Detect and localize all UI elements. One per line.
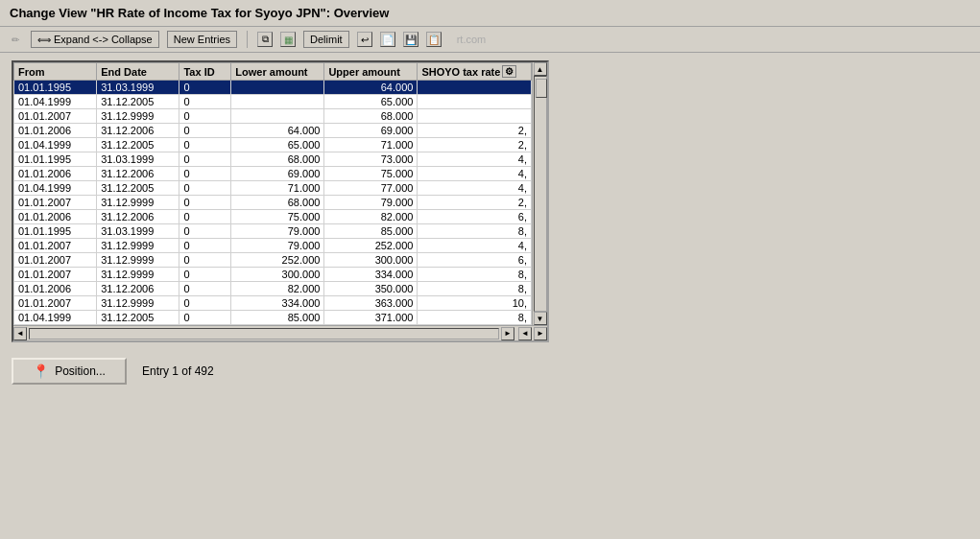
cell-lower: 71.000 [231,181,324,196]
cell-from: 01.01.1995 [14,224,97,239]
col-header-shoyo: SHOYO tax rate ⚙ [418,63,532,81]
cell-lower: 68.000 [231,152,324,167]
cell-enddate: 31.12.9999 [97,196,179,210]
cell-taxid: 0 [179,296,231,311]
cell-lower: 252.000 [231,253,324,268]
cell-shoyo: 4, [418,152,532,167]
table-row[interactable]: 01.01.200731.12.99990252.000300.0006, [14,253,532,268]
save-icon-button[interactable]: 💾 [403,32,418,47]
cell-taxid: 0 [179,167,231,181]
settings-icon[interactable]: ⚙ [502,65,516,78]
hscroll-nav-right: ◄ ► [518,327,547,340]
cell-lower: 79.000 [231,239,324,253]
cell-from: 01.04.1999 [14,181,97,196]
cell-upper: 79.000 [324,196,418,210]
table-row[interactable]: 01.04.199931.12.2005071.00077.0004, [14,181,532,196]
cell-lower [231,95,324,109]
cell-lower [231,81,324,95]
horizontal-scrollbar-row: ◄ ► ◄ ► [13,325,547,340]
cell-lower: 64.000 [231,124,324,138]
cell-upper: 350.000 [324,282,418,296]
cell-upper: 371.000 [324,311,418,325]
hscroll-left-button[interactable]: ◄ [13,327,27,340]
cell-from: 01.01.2006 [14,210,97,224]
scroll-down-button[interactable]: ▼ [534,312,547,325]
table-row[interactable]: 01.04.199931.12.2005065.00071.0002, [14,138,532,152]
cell-taxid: 0 [179,196,231,210]
expand-icon [37,34,51,45]
table-row[interactable]: 01.01.200731.12.99990334.000363.00010, [14,296,532,311]
table-row[interactable]: 01.01.200731.12.99990300.000334.0008, [14,268,532,282]
cell-lower: 75.000 [231,210,324,224]
cell-lower: 68.000 [231,196,324,210]
cell-enddate: 31.12.2005 [97,181,179,196]
cell-lower: 65.000 [231,138,324,152]
cell-from: 01.01.1995 [14,152,97,167]
table-row[interactable]: 01.01.200631.12.2006069.00075.0004, [14,167,532,181]
cell-upper: 300.000 [324,253,418,268]
cell-from: 01.01.2007 [14,296,97,311]
cell-enddate: 31.12.2006 [97,124,179,138]
col-header-taxid: Tax ID [179,63,231,81]
table-row[interactable]: 01.01.200731.12.9999068.000 [14,109,532,124]
table-row[interactable]: 01.01.200731.12.9999079.000252.0004, [14,239,532,253]
cell-from: 01.01.2006 [14,167,97,181]
cell-taxid: 0 [179,224,231,239]
table-row[interactable]: 01.01.199531.03.1999068.00073.0004, [14,152,532,167]
arrow-icon-button[interactable]: ↩ [357,32,372,47]
hscroll-track [29,328,499,340]
table-container: From End Date Tax ID Lower amount [12,60,549,342]
cell-shoyo: 10, [418,296,532,311]
col-header-lower: Lower amount [231,63,324,81]
doc-icon-button[interactable]: 📄 [380,32,395,47]
cell-from: 01.01.2006 [14,282,97,296]
cell-shoyo [418,81,532,95]
cell-shoyo: 8, [418,224,532,239]
grid-icon-button[interactable]: ▦ [280,32,296,47]
col-header-upper: Upper amount [324,63,418,81]
table-row[interactable]: 01.01.199531.03.1999064.000 [14,81,532,95]
cell-taxid: 0 [179,138,231,152]
col-header-from: From [14,63,97,81]
expand-collapse-button[interactable]: Expand <-> Collapse [31,31,159,48]
cell-enddate: 31.12.2005 [97,95,179,109]
data-table: From End Date Tax ID Lower amount [13,62,532,325]
cell-taxid: 0 [179,311,231,325]
position-button[interactable]: 📍 Position... [12,358,127,385]
cell-lower: 85.000 [231,311,324,325]
table-row[interactable]: 01.01.200731.12.9999068.00079.0002, [14,196,532,210]
cell-taxid: 0 [179,253,231,268]
hscroll-nav-left-btn[interactable]: ◄ [518,327,532,340]
table-row[interactable]: 01.01.200631.12.2006082.000350.0008, [14,282,532,296]
cell-shoyo [418,95,532,109]
hscroll-nav-right-btn[interactable]: ► [534,327,547,340]
vertical-scrollbar[interactable]: ▲ ▼ [532,62,547,325]
scroll-thumb[interactable] [536,79,547,98]
delimit-button[interactable]: Delimit [303,31,349,48]
table-row[interactable]: 01.01.200631.12.2006064.00069.0002, [14,124,532,138]
scroll-track [534,76,547,312]
hscroll-right-button[interactable]: ► [501,327,514,340]
cell-enddate: 31.12.9999 [97,253,179,268]
copy-icon-button[interactable]: ⧉ [257,32,273,47]
table-row[interactable]: 01.01.200631.12.2006075.00082.0006, [14,210,532,224]
cell-taxid: 0 [179,95,231,109]
title-bar: Change View "HR Rate of Income Tax for S… [0,0,980,27]
table-row[interactable]: 01.04.199931.12.2005065.000 [14,95,532,109]
cell-shoyo: 2, [418,138,532,152]
cell-shoyo: 6, [418,253,532,268]
cell-shoyo: 8, [418,268,532,282]
cell-from: 01.04.1999 [14,311,97,325]
cell-enddate: 31.12.2006 [97,282,179,296]
main-content: From End Date Tax ID Lower amount [0,53,980,350]
table-row[interactable]: 01.04.199931.12.2005085.000371.0008, [14,311,532,325]
export-icon-button[interactable]: 📋 [426,32,442,47]
cell-taxid: 0 [179,81,231,95]
cell-upper: 82.000 [324,210,418,224]
new-entries-button[interactable]: New Entries [167,31,237,48]
col-header-enddate: End Date [97,63,179,81]
cell-upper: 75.000 [324,167,418,181]
table-row[interactable]: 01.01.199531.03.1999079.00085.0008, [14,224,532,239]
scroll-up-button[interactable]: ▲ [534,62,547,76]
cell-upper: 69.000 [324,124,418,138]
